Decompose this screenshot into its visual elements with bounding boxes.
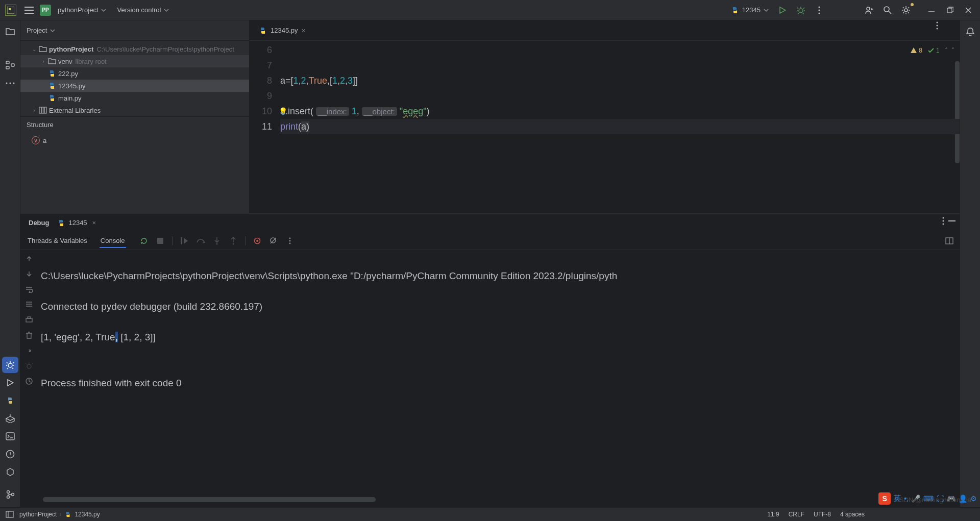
run-button[interactable] [774, 3, 791, 17]
debug-more-icon[interactable] [942, 217, 944, 225]
editor-more-icon[interactable] [936, 21, 957, 30]
project-tree[interactable]: ⌄ pythonProject C:\Users\lucke\PycharmPr… [20, 41, 249, 116]
history-icon[interactable] [23, 376, 35, 387]
editor-gutter[interactable]: 6 7 8 9 10 11 [250, 41, 280, 213]
more-actions-icon[interactable] [811, 3, 828, 17]
maximize-button[interactable] [941, 3, 959, 17]
close-tab-icon[interactable]: × [302, 27, 306, 35]
main-menu-icon[interactable] [20, 3, 38, 17]
structure-var-row[interactable]: v a [20, 135, 249, 146]
problems-tool-button[interactable] [2, 446, 18, 462]
tray-icon[interactable]: •, [904, 494, 909, 503]
line-separator[interactable]: CRLF [789, 511, 804, 518]
tray-mic-icon[interactable]: 🎤 [912, 494, 920, 503]
python-packages-tool-button[interactable] [2, 410, 18, 427]
threads-tab[interactable]: Threads & Variables [27, 234, 88, 247]
console-up-icon[interactable] [23, 253, 35, 264]
debug-run-name: 12345 [68, 219, 87, 227]
debug-tool-button[interactable] [2, 357, 18, 373]
debug-run-tab[interactable]: 12345 × [53, 218, 100, 228]
tree-file[interactable]: main.py [20, 92, 249, 104]
tray-game-icon[interactable]: 🎮 [947, 494, 955, 503]
step-over-icon[interactable] [196, 236, 205, 245]
console-h-scrollbar[interactable] [43, 497, 376, 502]
tree-venv[interactable]: › venv library root [20, 55, 249, 67]
tree-root[interactable]: ⌄ pythonProject C:\Users\lucke\PycharmPr… [20, 43, 249, 55]
inspections-widget[interactable]: 8 1 ˄ ˅ [910, 43, 954, 58]
sogou-icon[interactable]: S [878, 492, 891, 505]
project-tool-button[interactable] [2, 23, 18, 40]
chevron-down-icon[interactable] [50, 28, 55, 33]
resume-icon[interactable] [180, 236, 189, 245]
tray-keyboard-icon[interactable]: ⌨ [923, 494, 934, 503]
step-into-icon[interactable] [212, 236, 222, 245]
view-breakpoints-icon[interactable] [253, 236, 262, 245]
vcs-tool-button[interactable] [2, 486, 18, 503]
run-tool-button[interactable] [2, 375, 18, 391]
scroll-end-icon[interactable] [23, 299, 35, 310]
expand-icon[interactable]: › [40, 59, 47, 64]
step-out-icon[interactable] [229, 236, 238, 245]
stop-icon[interactable] [156, 236, 165, 245]
console-tab[interactable]: Console [100, 234, 126, 248]
clear-icon[interactable] [23, 330, 35, 341]
console-line: Process finished with exit code 0 [41, 376, 957, 391]
close-icon[interactable]: × [92, 219, 96, 227]
folder-icon [48, 58, 56, 65]
tray-user-icon[interactable]: 👤 [959, 494, 967, 503]
console-prompt-icon[interactable]: ››› [23, 345, 35, 356]
services-tool-button[interactable] [2, 464, 18, 480]
tray-icon[interactable]: 英 [894, 494, 901, 503]
next-problem-icon[interactable]: ˅ [951, 43, 954, 58]
run-config-dropdown[interactable]: 12345 [727, 4, 773, 16]
search-icon[interactable] [879, 3, 896, 17]
indent-config[interactable]: 4 spaces [840, 511, 865, 518]
tool-windows-icon[interactable] [4, 509, 15, 520]
close-button[interactable] [960, 3, 977, 17]
python-console-tool-button[interactable] [2, 392, 18, 409]
crumb-project[interactable]: pythonProject [19, 511, 57, 518]
code-with-me-icon[interactable] [861, 3, 878, 17]
file-encoding[interactable]: UTF-8 [814, 511, 831, 518]
breadcrumb[interactable]: pythonProject › 12345.py [19, 510, 100, 518]
rerun-icon[interactable] [139, 236, 149, 245]
tray-settings-icon[interactable]: ⚙ [970, 494, 977, 503]
project-dropdown[interactable]: pythonProject [53, 4, 111, 16]
structure-body[interactable]: v a [20, 133, 249, 151]
debug-more-icon[interactable] [285, 236, 295, 245]
svg-point-35 [232, 243, 234, 244]
expand-icon[interactable]: ⌄ [31, 46, 38, 52]
intention-bulb-icon[interactable]: 💡 [279, 104, 287, 119]
print-icon[interactable] [23, 314, 35, 326]
tray-icon[interactable]: ⛶ [937, 494, 944, 503]
hide-tool-window-icon[interactable] [948, 220, 955, 222]
console-toolbar: ››› [20, 250, 38, 507]
tree-file-active[interactable]: 12345.py [20, 80, 249, 92]
minimize-button[interactable] [923, 3, 940, 17]
svg-rect-47 [6, 511, 13, 517]
notifications-button[interactable] [962, 23, 978, 40]
more-tool-button[interactable] [2, 75, 18, 91]
code-content[interactable]: a=[1,2,True,[1,2,3]] 💡a.insert( __index:… [280, 41, 960, 213]
tree-external-libs[interactable]: › External Libraries [20, 104, 249, 116]
settings-icon[interactable] [897, 3, 915, 17]
vcs-dropdown[interactable]: Version control [113, 4, 174, 16]
console-down-icon[interactable] [23, 268, 35, 280]
attach-debugger-icon[interactable] [23, 360, 35, 371]
console-output[interactable]: C:\Users\lucke\PycharmProjects\pythonPro… [38, 250, 960, 507]
code-editor[interactable]: 8 1 ˄ ˅ 6 7 8 9 10 11 a=[1,2,True,[1,2,3… [250, 41, 960, 213]
expand-icon[interactable]: › [31, 108, 38, 113]
soft-wrap-icon[interactable] [23, 284, 35, 295]
caret-position[interactable]: 11:9 [767, 511, 779, 518]
mute-breakpoints-icon[interactable] [269, 236, 278, 245]
line-number: 9 [250, 88, 272, 104]
structure-tool-button[interactable] [2, 57, 18, 73]
prev-problem-icon[interactable]: ˄ [945, 43, 948, 58]
python-file-icon [48, 69, 56, 78]
crumb-file[interactable]: 12345.py [75, 511, 100, 518]
debug-button[interactable] [792, 3, 810, 17]
terminal-tool-button[interactable] [2, 428, 18, 444]
tree-file[interactable]: 222.py [20, 67, 249, 80]
layout-icon[interactable] [945, 237, 953, 244]
editor-tab-active[interactable]: 12345.py × [254, 20, 311, 41]
